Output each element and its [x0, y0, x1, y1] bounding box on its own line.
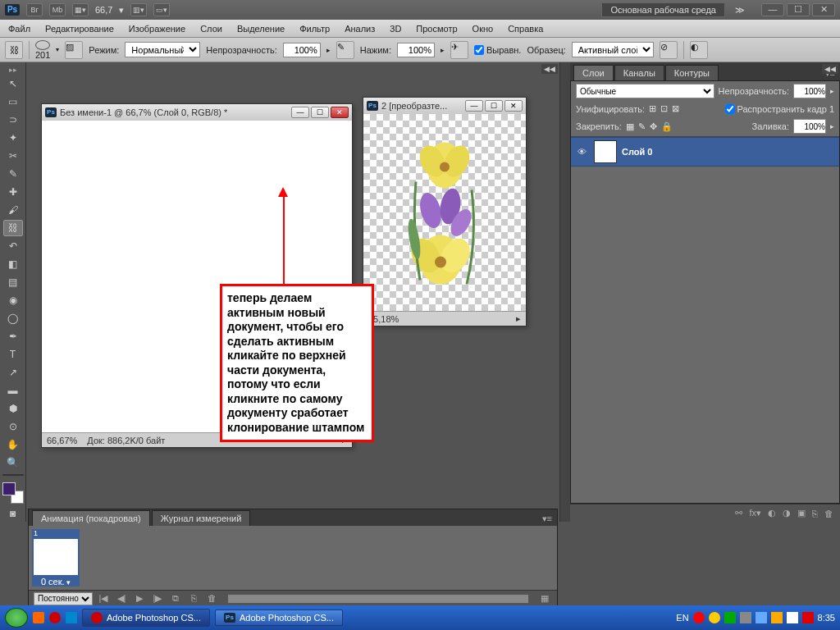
minibridge-icon[interactable]: Mb [49, 3, 66, 16]
marquee-tool-icon[interactable]: ▭ [3, 94, 23, 110]
lasso-tool-icon[interactable]: ⊃ [3, 112, 23, 128]
quickmask-icon[interactable]: ◙ [3, 505, 23, 522]
start-button[interactable] [5, 608, 28, 628]
clock[interactable]: 8:35 [818, 613, 835, 623]
doc1-zoom[interactable]: 66,67% [47, 436, 77, 445]
flow-input[interactable] [397, 43, 435, 57]
volume-icon[interactable] [756, 612, 767, 623]
tab-measurements[interactable]: Журнал измерений [152, 510, 251, 526]
doc1-minimize-icon[interactable]: — [291, 107, 309, 118]
document-canvas-2[interactable] [363, 114, 526, 311]
aligned-checkbox[interactable]: Выравн. [474, 45, 521, 55]
anim-scrollbar[interactable] [227, 594, 529, 604]
unify-pos-icon[interactable]: ⊞ [649, 103, 656, 114]
screen-mode-icon[interactable]: ▦▾ [72, 3, 89, 16]
play-icon[interactable]: ▶ [132, 593, 147, 605]
tray-icon[interactable] [709, 612, 720, 623]
menu-edit[interactable]: Редактирование [45, 24, 114, 34]
dodge-tool-icon[interactable]: ◯ [3, 310, 23, 326]
doc2-maximize-icon[interactable]: ☐ [485, 100, 503, 112]
delete-frame-icon[interactable]: 🗑 [204, 593, 219, 605]
workspace-selector[interactable]: Основная рабочая среда [601, 2, 725, 17]
eyedropper-tool-icon[interactable]: ✎ [3, 166, 23, 182]
tray-icon[interactable] [724, 612, 736, 623]
blend-mode-select[interactable]: Нормальный [125, 42, 200, 57]
menu-3d[interactable]: 3D [390, 24, 401, 34]
doc1-close-icon[interactable]: ✕ [331, 107, 349, 118]
stamp-tool-icon[interactable]: ⛓ [3, 220, 23, 236]
opacity-pressure-icon[interactable]: ✎ [336, 41, 354, 59]
window-close-icon[interactable]: ✕ [812, 3, 835, 16]
menu-layer[interactable]: Слои [200, 24, 222, 34]
zoom-level[interactable]: 66,7 [95, 5, 112, 15]
path-tool-icon[interactable]: ↗ [3, 364, 23, 381]
window-maximize-icon[interactable]: ☐ [787, 3, 810, 16]
brush-preview[interactable]: 201 [35, 40, 50, 60]
move-tool-icon[interactable]: ↖ [3, 75, 23, 92]
first-frame-icon[interactable]: |◀ [96, 593, 111, 605]
crop-tool-icon[interactable]: ✂ [3, 148, 23, 164]
tray-icon[interactable] [740, 612, 751, 623]
zoom-tool-icon[interactable]: 🔍 [3, 454, 23, 471]
collapse-right-icon[interactable]: ◀◀ [822, 64, 838, 74]
tablet-pressure-icon[interactable]: ◐ [690, 41, 708, 59]
loop-select[interactable]: Постоянно [34, 592, 93, 605]
history-brush-icon[interactable]: ↶ [3, 238, 23, 254]
heal-tool-icon[interactable]: ✚ [3, 184, 23, 200]
antivirus-icon[interactable] [802, 612, 814, 623]
layer-fill-input[interactable] [793, 119, 826, 134]
layer-name[interactable]: Слой 0 [622, 147, 652, 157]
menu-window[interactable]: Окно [472, 24, 494, 34]
layer-thumbnail[interactable] [594, 140, 617, 163]
unify-vis-icon[interactable]: ⊡ [660, 103, 668, 114]
unify-style-icon[interactable]: ⊠ [672, 103, 679, 114]
link-layers-icon[interactable]: ⚯ [735, 508, 742, 518]
taskbar-app-1[interactable]: Adobe Photoshop CS... [82, 609, 210, 627]
gradient-tool-icon[interactable]: ▤ [3, 274, 23, 290]
color-swatches[interactable] [2, 482, 24, 504]
quick-launch-icon-2[interactable] [66, 612, 77, 623]
lock-trans-icon[interactable]: ▦ [626, 121, 634, 132]
layer-blend-select[interactable]: Обычные [576, 84, 714, 98]
lock-pos-icon[interactable]: ✥ [650, 121, 657, 132]
opacity-input[interactable] [283, 43, 321, 57]
collapse-left-icon[interactable]: ◀◀ [541, 64, 558, 74]
menu-help[interactable]: Справка [508, 24, 543, 34]
quick-launch-icon[interactable] [33, 612, 44, 623]
layer-mask-icon[interactable]: ◐ [768, 508, 776, 518]
tray-icon[interactable] [771, 612, 783, 623]
tab-paths[interactable]: Контуры [665, 65, 719, 80]
anim-menu-icon[interactable]: ▾≡ [537, 512, 557, 526]
collapsed-panel-strip[interactable] [560, 62, 570, 522]
tab-layers[interactable]: Слои [573, 65, 614, 80]
airbrush-icon[interactable]: ✈ [450, 41, 468, 59]
timeline-mode-icon[interactable]: ▦ [537, 593, 552, 605]
3d-tool-icon[interactable]: ⬢ [3, 400, 23, 417]
new-layer-icon[interactable]: ⎘ [812, 509, 818, 518]
shape-tool-icon[interactable]: ▬ [3, 382, 23, 399]
blur-tool-icon[interactable]: ◉ [3, 292, 23, 308]
ignore-adjust-icon[interactable]: ⊘ [660, 41, 678, 59]
menu-view[interactable]: Просмотр [416, 24, 457, 34]
doc2-close-icon[interactable]: ✕ [504, 100, 523, 112]
tray-icon[interactable] [693, 612, 705, 623]
tab-animation[interactable]: Анимация (покадровая) [32, 510, 150, 526]
brush-tool-icon[interactable]: 🖌 [3, 202, 23, 218]
language-indicator[interactable]: EN [676, 613, 688, 623]
tab-channels[interactable]: Каналы [614, 65, 664, 80]
next-frame-icon[interactable]: |▶ [150, 593, 165, 605]
adjustment-layer-icon[interactable]: ◑ [783, 508, 791, 518]
hand-tool-icon[interactable]: ✋ [3, 436, 23, 453]
menu-file[interactable]: Файл [8, 24, 30, 34]
brush-panel-icon[interactable]: ▨ [65, 41, 83, 59]
duplicate-frame-icon[interactable]: ⎘ [186, 593, 201, 605]
layer-visibility-icon[interactable]: 👁 [574, 147, 589, 157]
opera-icon[interactable] [49, 612, 61, 623]
type-tool-icon[interactable]: T [3, 346, 23, 363]
doc2-minimize-icon[interactable]: — [465, 100, 483, 112]
tween-icon[interactable]: ⧉ [168, 593, 183, 605]
window-minimize-icon[interactable]: — [761, 3, 784, 16]
menu-select[interactable]: Выделение [237, 24, 285, 34]
taskbar-app-2[interactable]: Ps Adobe Photoshop CS... [215, 609, 343, 626]
frame-thumbnail[interactable] [32, 537, 80, 577]
